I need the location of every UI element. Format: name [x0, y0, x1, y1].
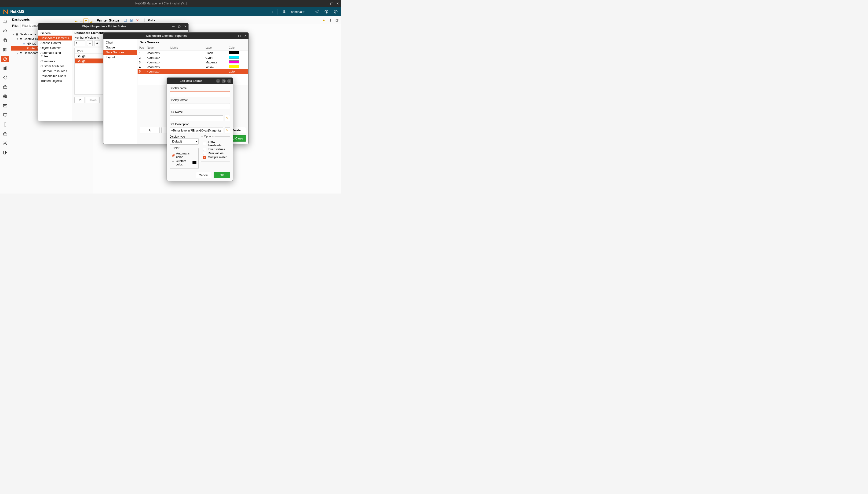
- rail-globe-icon[interactable]: [1, 93, 9, 100]
- elemprops-close[interactable]: ✕: [243, 33, 249, 39]
- col-pos[interactable]: Pos: [138, 45, 146, 51]
- pin-icon[interactable]: [328, 18, 333, 23]
- os-titlebar: NetXMS Management Client - admin@::1 — ▢…: [0, 0, 341, 7]
- rail-tag-icon[interactable]: [1, 74, 9, 81]
- objprops-title: Object Properties - Printer Status: [38, 25, 170, 28]
- ds-row[interactable]: 5<context>auto: [138, 69, 248, 74]
- eds-close[interactable]: ✕: [227, 79, 231, 83]
- info-icon[interactable]: [333, 9, 338, 14]
- os-minimize-button[interactable]: —: [322, 0, 328, 6]
- ncols-minus[interactable]: −: [87, 40, 93, 46]
- move-up-button[interactable]: Up: [74, 97, 84, 103]
- enav-chart[interactable]: Chart: [103, 40, 137, 45]
- svg-rect-19: [3, 151, 5, 154]
- tree-hp[interactable]: HP iLO: [27, 42, 37, 45]
- help-icon[interactable]: [324, 9, 329, 14]
- type-header[interactable]: Type: [77, 49, 83, 52]
- rail-copy-icon[interactable]: [1, 37, 9, 43]
- display-name-label: Display name: [170, 87, 230, 90]
- settings-sliders-icon[interactable]: [314, 9, 320, 14]
- nav-context[interactable]: Object Context: [38, 45, 72, 50]
- chk-thresholds[interactable]: [203, 142, 206, 145]
- dci-name-wand-icon[interactable]: ✎: [225, 115, 230, 121]
- filter-label: Filter:: [12, 24, 19, 27]
- ncols-input[interactable]: [74, 40, 85, 46]
- rail-monitor-icon[interactable]: [1, 112, 9, 118]
- rail-exit-icon[interactable]: [1, 149, 9, 156]
- dci-desc-input[interactable]: [170, 128, 223, 133]
- svg-point-11: [6, 77, 6, 77]
- rail-gear-icon[interactable]: [1, 140, 9, 147]
- poll-menu[interactable]: Poll ▾: [144, 18, 155, 22]
- elemprops-maximize[interactable]: ▢: [236, 33, 243, 39]
- ds-title: Data Sources: [137, 39, 249, 45]
- enav-gauge[interactable]: Gauge: [103, 45, 137, 50]
- ds-table[interactable]: Pos Node Metric Label Color 1<context>Bl…: [138, 45, 248, 74]
- eds-cancel-button[interactable]: Cancel: [196, 172, 211, 178]
- ds-row[interactable]: 2<context>Cyan: [138, 55, 248, 60]
- objprops-minimize[interactable]: —: [170, 23, 176, 30]
- left-rail: [0, 16, 10, 193]
- rail-templates-icon[interactable]: [1, 65, 9, 72]
- tree-root[interactable]: Dashboards: [20, 33, 36, 36]
- tree-dash2[interactable]: Dashboards: [24, 51, 40, 55]
- radio-custom-color[interactable]: [172, 161, 174, 164]
- nav-resp[interactable]: Responsible Users: [38, 74, 72, 78]
- ds-row[interactable]: 4<context>Yellow: [138, 64, 248, 69]
- rail-mobile-icon[interactable]: [1, 121, 9, 128]
- user-label[interactable]: admin@::1: [291, 10, 306, 14]
- color-chip[interactable]: [192, 161, 196, 164]
- col-label[interactable]: Label: [204, 45, 227, 51]
- col-color[interactable]: Color: [227, 45, 248, 51]
- nav-comments[interactable]: Comments: [38, 59, 72, 64]
- dci-name-input[interactable]: [170, 115, 223, 121]
- enav-layout[interactable]: Layout: [103, 55, 137, 60]
- nav-access[interactable]: Access Control: [38, 40, 72, 45]
- nav-general[interactable]: General: [38, 31, 72, 36]
- radio-auto-color[interactable]: [172, 154, 175, 157]
- display-type-label: Display type: [170, 135, 185, 138]
- display-name-input[interactable]: [170, 91, 230, 97]
- chk-invert[interactable]: [203, 148, 206, 151]
- dci-desc-wand-icon[interactable]: ✎: [225, 127, 230, 133]
- nav-dashboard-elements[interactable]: Dashboard Elements: [38, 36, 72, 40]
- nav-ext[interactable]: External Resources: [38, 69, 72, 74]
- layout-icon[interactable]: [123, 18, 128, 23]
- chk-multi[interactable]: ✓: [203, 156, 206, 159]
- rail-alarm-icon[interactable]: [1, 18, 9, 25]
- enav-ds[interactable]: Data Sources: [103, 50, 137, 55]
- move-down-button[interactable]: Down: [86, 97, 100, 103]
- ds-row[interactable]: 1<context>Black: [138, 51, 248, 55]
- star-pin-icon[interactable]: [322, 18, 326, 23]
- popout-icon[interactable]: [334, 18, 339, 23]
- window-title: NetXMS Management Client - admin@::1: [0, 2, 322, 5]
- objprops-close[interactable]: ✕: [182, 23, 188, 30]
- display-type-select[interactable]: Default: [170, 138, 199, 145]
- os-maximize-button[interactable]: ▢: [328, 0, 334, 6]
- ncols-plus[interactable]: +: [95, 40, 100, 46]
- col-metric[interactable]: Metric: [169, 45, 204, 51]
- objprops-maximize[interactable]: ▢: [176, 23, 182, 30]
- ds-up[interactable]: Up: [140, 127, 159, 133]
- nav-custom[interactable]: Custom Attributes: [38, 64, 72, 69]
- col-node[interactable]: Node: [146, 45, 169, 51]
- elemprops-minimize[interactable]: —: [230, 33, 236, 39]
- objprops-nav: General Dashboard Elements Access Contro…: [38, 30, 72, 121]
- nav-trusted[interactable]: Trusted Objects: [38, 78, 72, 83]
- display-format-input[interactable]: [170, 103, 230, 109]
- rail-cloud-icon[interactable]: [1, 27, 9, 34]
- eds-ok-button[interactable]: OK: [214, 172, 230, 178]
- eds-maximize[interactable]: ▢: [221, 79, 226, 83]
- rail-toolbox-icon[interactable]: [1, 131, 9, 137]
- chk-raw[interactable]: [203, 152, 206, 155]
- ds-row[interactable]: 3<context>Magenta: [138, 60, 248, 64]
- os-close-button[interactable]: ✕: [334, 0, 341, 6]
- save-icon[interactable]: [129, 18, 134, 23]
- delete-icon[interactable]: [135, 18, 140, 23]
- nav-bind[interactable]: Automatic Bind Rules: [38, 50, 72, 59]
- rail-map-icon[interactable]: [1, 46, 9, 53]
- rail-chart-icon[interactable]: [1, 102, 9, 109]
- rail-briefcase-icon[interactable]: [1, 84, 9, 90]
- rail-dashboard-icon[interactable]: [1, 56, 9, 62]
- eds-minimize[interactable]: —: [216, 79, 220, 83]
